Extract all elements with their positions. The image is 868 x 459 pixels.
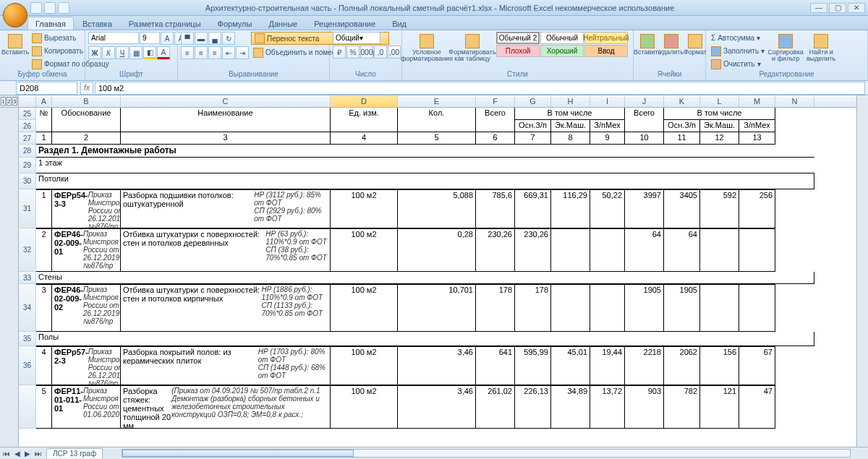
row-header[interactable]: 30 — [19, 173, 36, 189]
number-format-combo[interactable]: Общий ▾ — [333, 32, 380, 44]
col-J[interactable]: J — [625, 95, 664, 107]
cell[interactable]: 13 — [739, 132, 775, 145]
percent-icon[interactable]: % — [346, 46, 359, 59]
italic-icon[interactable]: К — [102, 46, 115, 59]
cell[interactable]: Полы — [36, 332, 814, 346]
cell[interactable]: Наименование — [121, 108, 331, 120]
fx-icon[interactable]: fx — [80, 82, 93, 95]
cell[interactable]: ФЕРр57-2-3Приказ Минстроя России от 26.1… — [52, 346, 121, 385]
cell[interactable]: 785,6 — [476, 189, 515, 228]
cell[interactable]: 100 м2 — [331, 346, 398, 385]
cell[interactable]: 4 — [331, 132, 398, 145]
cell[interactable]: Отбивка штукатурки с поверхностей: стен … — [121, 284, 331, 332]
row-header[interactable]: 26 — [19, 120, 36, 132]
col-B[interactable]: B — [52, 95, 121, 107]
qat-undo-icon[interactable] — [44, 2, 56, 14]
cell[interactable]: 5 — [398, 132, 476, 145]
cell[interactable]: 7 — [515, 132, 551, 145]
cell[interactable]: 6 — [476, 132, 515, 145]
tab-home[interactable]: Главная — [27, 17, 74, 30]
tab-formulas[interactable]: Формулы — [210, 17, 260, 30]
currency-icon[interactable]: ₽ — [333, 46, 346, 59]
row-header[interactable]: 34 — [19, 284, 36, 332]
cell[interactable] — [775, 284, 814, 332]
align-center-icon[interactable]: ≡ — [195, 46, 208, 59]
cell[interactable]: 1 — [36, 132, 52, 145]
cell[interactable]: ФЕР46-02-009-01Приказ Минстроя России от… — [52, 228, 121, 272]
cell[interactable]: 3,46 — [398, 385, 476, 429]
cell[interactable]: 178 — [515, 284, 551, 332]
col-A[interactable]: A — [36, 95, 52, 107]
maximize-button[interactable]: ▢ — [829, 3, 846, 13]
row-header[interactable]: 25 — [19, 108, 36, 120]
inc-decimal-icon[interactable]: ,0 — [374, 46, 387, 59]
font-color-icon[interactable]: A — [157, 46, 170, 59]
office-button[interactable] — [3, 3, 27, 27]
cell[interactable]: З/пМех — [739, 120, 775, 132]
tab-insert[interactable]: Вставка — [75, 17, 120, 30]
col-D[interactable]: D — [331, 95, 398, 107]
col-K[interactable]: K — [664, 95, 700, 107]
column-headers[interactable]: A B C D E F G H I J K L M N — [19, 95, 856, 108]
col-E[interactable]: E — [398, 95, 476, 107]
horizontal-scrollbar[interactable] — [122, 449, 851, 458]
cell[interactable]: 3405 — [664, 189, 700, 228]
cell[interactable] — [625, 120, 664, 132]
outline-level-1[interactable]: 1 — [1, 97, 6, 106]
cell[interactable]: 1 этаж — [36, 158, 814, 173]
cell[interactable]: Кол. — [398, 108, 476, 120]
cond-format-button[interactable]: Условное форматирование — [405, 32, 448, 64]
qat-redo-icon[interactable] — [58, 2, 69, 14]
cell[interactable]: 64 — [664, 228, 700, 272]
cell[interactable]: 669,31 — [515, 189, 551, 228]
cell[interactable]: ФЕР46-02-009-02Приказ Минстроя России от… — [52, 284, 121, 332]
row-header[interactable]: 29 — [19, 158, 36, 173]
row-header[interactable]: 33 — [19, 272, 36, 284]
orientation-icon[interactable]: ↻ — [222, 32, 235, 45]
cell[interactable] — [775, 228, 814, 272]
cell[interactable]: 592 — [700, 189, 739, 228]
cell[interactable]: 13,72 — [590, 385, 625, 429]
cell[interactable] — [398, 120, 476, 132]
align-top-icon[interactable]: ▀ — [181, 32, 194, 45]
cell[interactable]: 3 — [36, 284, 52, 332]
h-scroll-thumb[interactable] — [122, 450, 354, 457]
cell[interactable]: 50,22 — [590, 189, 625, 228]
cell[interactable] — [590, 284, 625, 332]
cell[interactable] — [775, 189, 814, 228]
outline-level-3[interactable]: 3 — [12, 97, 17, 106]
col-M[interactable]: M — [739, 95, 775, 107]
cell[interactable]: ФЕРр54-3-3Приказ Минстроя России от 26.1… — [52, 189, 121, 228]
col-F[interactable]: F — [476, 95, 515, 107]
close-button[interactable]: ✕ — [848, 3, 865, 13]
cell[interactable]: 19,44 — [590, 346, 625, 385]
fill-button[interactable]: Заполнить ▾ — [709, 45, 767, 57]
cell[interactable]: 3 — [121, 132, 331, 145]
cell[interactable] — [700, 228, 739, 272]
style-good[interactable]: Хороший — [540, 45, 584, 57]
tab-data[interactable]: Данные — [260, 17, 305, 30]
format-cells-button[interactable]: Формат — [684, 32, 706, 58]
cell[interactable]: Обоснование — [52, 108, 121, 120]
cell[interactable]: 67 — [739, 346, 775, 385]
cell[interactable] — [331, 120, 398, 132]
bold-icon[interactable]: Ж — [88, 46, 101, 59]
row-header[interactable]: 31 — [19, 189, 36, 228]
align-bottom-icon[interactable]: ▄ — [208, 32, 221, 45]
cell[interactable]: 9 — [590, 132, 625, 145]
underline-icon[interactable]: Ч — [116, 46, 129, 59]
cell[interactable]: 2218 — [625, 346, 664, 385]
cell[interactable]: 1905 — [625, 284, 664, 332]
cell[interactable]: Разборка подшивки потолков: оштукатуренн… — [121, 189, 331, 228]
cell[interactable]: 100 м2 — [331, 385, 398, 429]
align-middle-icon[interactable]: ▬ — [195, 32, 208, 45]
tab-review[interactable]: Рецензирование — [306, 17, 383, 30]
cell[interactable] — [775, 132, 814, 145]
style-neutral[interactable]: Нейтральный — [584, 32, 628, 44]
row-header[interactable]: 32 — [19, 228, 36, 272]
cell[interactable]: Отбивка штукатурки с поверхностей: стен … — [121, 228, 331, 272]
cell[interactable] — [739, 228, 775, 272]
autosum-button[interactable]: Σ Автосумма ▾ — [709, 32, 767, 44]
cell[interactable] — [775, 120, 814, 132]
cell[interactable] — [775, 346, 814, 385]
